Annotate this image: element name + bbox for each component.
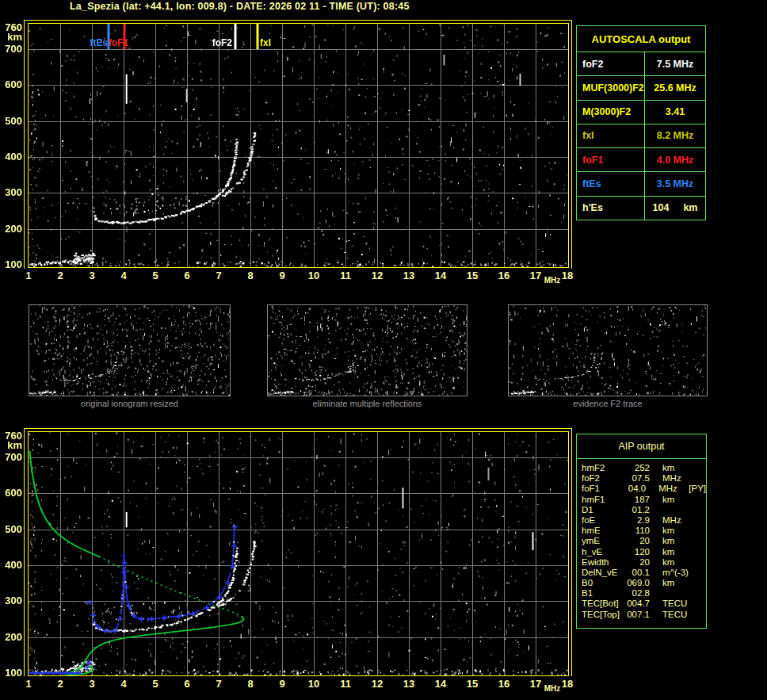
x-axis-tick: 9 bbox=[272, 270, 292, 281]
autoscala-value-text: 7.5 MHz bbox=[657, 59, 694, 70]
bottom-plot-outer-right bbox=[571, 428, 572, 676]
y-axis-tick: 100 bbox=[0, 667, 22, 678]
y-axis-tick: 500 bbox=[0, 116, 22, 126]
autoscala-window: { "title": "La_Spezia (lat: +44.1, lon: … bbox=[0, 0, 767, 700]
aip-row-label: DelN_vE bbox=[582, 568, 626, 578]
profile-plot bbox=[28, 431, 569, 676]
aip-row-DelN_vE: DelN_vE00.1m^(-3) bbox=[582, 568, 706, 578]
autoscala-row-value: 4.0 MHz bbox=[644, 148, 705, 171]
marker-label-fxI: fxI bbox=[260, 38, 271, 48]
aip-row-unit: TECU bbox=[662, 599, 689, 609]
x-axis-tick: 14 bbox=[430, 270, 451, 281]
x-axis-tick: 12 bbox=[367, 270, 387, 281]
aip-row-value: 187 bbox=[626, 495, 650, 505]
aip-row-label: B1 bbox=[582, 588, 626, 599]
thumbnail-evidence-canvas bbox=[509, 305, 707, 396]
thumbnail-eliminate-reflections bbox=[267, 304, 467, 396]
top-plot-outer-right bbox=[571, 20, 572, 269]
x-axis-tick: 4 bbox=[113, 679, 134, 689]
autoscala-row-ftEs: ftEs3.5 MHz bbox=[577, 171, 705, 195]
y-axis-tick: 400 bbox=[0, 151, 22, 162]
y-axis-tick: 300 bbox=[0, 595, 22, 606]
aip-row-extra: [PY] bbox=[689, 484, 706, 494]
x-axis-tick: 6 bbox=[177, 679, 197, 689]
autoscala-row-M(3000)F2: M(3000)F23.41 bbox=[577, 100, 705, 124]
marker-label-foF1: foF1 bbox=[109, 38, 128, 48]
x-axis-tick: 8 bbox=[240, 679, 261, 689]
aip-row-TEC[Top]: TEC[Top]007.1TECU bbox=[582, 610, 706, 620]
aip-row-label: ymE bbox=[582, 536, 626, 546]
aip-row-TEC[Bot]: TEC[Bot]004.7TECU bbox=[582, 599, 706, 609]
autoscala-row-foF2: foF27.5 MHz bbox=[577, 52, 705, 75]
thumbnail-evidence-caption: evidence F2 trace bbox=[508, 399, 708, 408]
x-axis-tick: 2 bbox=[50, 679, 71, 689]
x-axis-tick: 6 bbox=[177, 270, 197, 281]
thumbnail-original-canvas bbox=[29, 305, 230, 396]
y-axis-tick: 500 bbox=[0, 524, 22, 534]
aip-row-label: TEC[Bot] bbox=[582, 599, 626, 609]
aip-row-value: 110 bbox=[626, 526, 650, 536]
autoscala-row-value: 104km bbox=[644, 197, 705, 220]
autoscala-table-header: AUTOSCALA output bbox=[577, 26, 705, 52]
autoscala-row-label: foF2 bbox=[577, 52, 644, 75]
marker-label-foF2: foF2 bbox=[212, 38, 232, 48]
thumbnail-eliminate-caption: eliminate multiple reflections bbox=[267, 399, 467, 408]
autoscala-value-text: 3.41 bbox=[666, 106, 685, 117]
top-plot-outer-top bbox=[24, 20, 572, 21]
aip-output-table: AIP output hmF2252kmfoF207.5MHzfoF104.0M… bbox=[576, 434, 707, 629]
aip-row-ymE: ymE20km bbox=[582, 536, 706, 546]
aip-row-label: Ewidth bbox=[582, 557, 626, 568]
aip-row-value: 01.2 bbox=[626, 505, 650, 515]
x-axis-tick: 2 bbox=[50, 270, 71, 281]
aip-row-label: hmF1 bbox=[582, 495, 626, 505]
aip-row-value: 007.1 bbox=[626, 610, 650, 620]
aip-row-hmF1: hmF1187km bbox=[582, 495, 706, 505]
autoscala-row-value: 3.41 bbox=[644, 101, 705, 124]
aip-row-unit: km bbox=[662, 526, 689, 536]
bottom-plot-outer-left bbox=[24, 428, 25, 676]
x-axis-tick: 3 bbox=[82, 270, 102, 281]
x-axis-tick: 10 bbox=[303, 270, 324, 281]
autoscala-row-foF1: foF14.0 MHz bbox=[577, 147, 705, 171]
aip-row-label: hmE bbox=[582, 526, 626, 536]
y-axis-tick: 700 bbox=[0, 44, 22, 54]
x-axis-tick: 7 bbox=[208, 270, 229, 281]
x-axis-tick: 8 bbox=[240, 270, 261, 281]
y-axis-tick: 300 bbox=[0, 187, 22, 197]
autoscala-row-fxI: fxI8.2 MHz bbox=[577, 124, 705, 147]
aip-row-unit: MHz bbox=[662, 473, 689, 484]
aip-row-foE: foE2.9MHz bbox=[582, 515, 706, 526]
ionogram-plot bbox=[28, 23, 569, 268]
x-axis-tick: 16 bbox=[494, 679, 514, 689]
x-axis-tick: 4 bbox=[113, 270, 134, 281]
page-title: La_Spezia (lat: +44.1, lon: 009.8) - DAT… bbox=[70, 1, 410, 12]
autoscala-row-label: fxI bbox=[577, 124, 644, 147]
profile-canvas bbox=[29, 432, 568, 675]
autoscala-row-h'Es: h'Es104km bbox=[577, 196, 705, 220]
marker-label-ftEs: ftEs bbox=[90, 38, 108, 48]
aip-row-h_vE: h_vE120km bbox=[582, 547, 706, 557]
aip-row-unit: TECU bbox=[662, 610, 689, 620]
aip-row-hmF2: hmF2252km bbox=[582, 463, 706, 473]
aip-row-unit: m^(-3) bbox=[662, 568, 689, 578]
x-axis-tick: 15 bbox=[462, 270, 483, 281]
autoscala-row-value: 25.6 MHz bbox=[644, 76, 705, 99]
aip-row-value: 04.0 bbox=[624, 484, 646, 494]
aip-row-unit: MHz bbox=[662, 515, 689, 526]
top-plot-outer-left bbox=[24, 20, 25, 269]
aip-row-label: TEC[Top] bbox=[582, 610, 626, 620]
autoscala-value-unit: km bbox=[683, 202, 697, 213]
thumbnail-evidence-f2 bbox=[508, 304, 708, 396]
aip-table-rows: hmF2252kmfoF207.5MHzfoF104.0MHz[PY]hmF11… bbox=[577, 459, 706, 620]
aip-row-unit: MHz bbox=[658, 484, 684, 494]
autoscala-row-label: M(3000)F2 bbox=[577, 101, 644, 124]
aip-row-unit: km bbox=[662, 557, 689, 568]
x-axis-tick: 13 bbox=[399, 270, 419, 281]
autoscala-row-label: ftEs bbox=[577, 172, 644, 195]
aip-row-foF2: foF207.5MHz bbox=[582, 473, 706, 484]
x-axis-tick: 1 bbox=[18, 679, 39, 689]
aip-row-value: 20 bbox=[626, 557, 650, 568]
x-axis-tick: 12 bbox=[367, 679, 387, 689]
x-axis-tick: 14 bbox=[430, 679, 451, 689]
aip-row-unit: km bbox=[662, 495, 689, 505]
